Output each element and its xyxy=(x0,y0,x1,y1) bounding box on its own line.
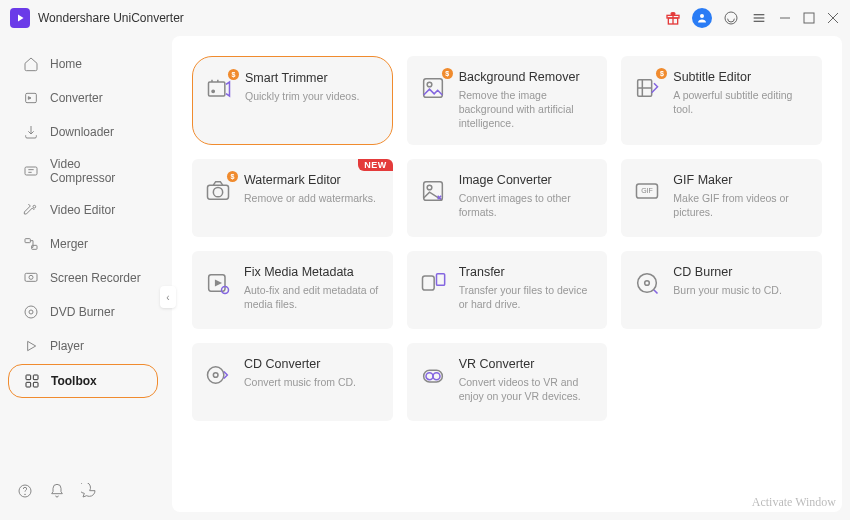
tool-title: Background Remover xyxy=(459,70,598,84)
svg-point-45 xyxy=(208,366,224,382)
tool-desc: Convert videos to VR and enjoy on your V… xyxy=(459,375,598,403)
svg-rect-23 xyxy=(26,382,31,387)
sidebar-item-merger[interactable]: Merger xyxy=(8,228,158,260)
svg-point-19 xyxy=(29,310,33,314)
tool-desc: Burn your music to CD. xyxy=(673,283,812,297)
svg-rect-14 xyxy=(25,239,30,243)
tool-card-watermark-editor[interactable]: $Watermark EditorRemove or add watermark… xyxy=(192,159,393,237)
sidebar-item-label: DVD Burner xyxy=(50,305,115,319)
sidebar-icon xyxy=(22,269,40,287)
svg-point-46 xyxy=(213,372,218,377)
sidebar-item-converter[interactable]: Converter xyxy=(8,82,158,114)
gift-icon[interactable] xyxy=(664,9,682,27)
sidebar-icon xyxy=(22,235,40,253)
tool-card-smart-trimmer[interactable]: $Smart TrimmerQuickly trim your videos. xyxy=(192,56,393,145)
tool-desc: Remove or add watermarks. xyxy=(244,191,383,205)
minimize-button[interactable] xyxy=(778,11,792,25)
svg-rect-27 xyxy=(209,82,225,96)
feedback-icon[interactable] xyxy=(80,482,98,500)
svg-point-33 xyxy=(213,187,222,196)
svg-point-2 xyxy=(700,14,704,18)
sidebar-item-dvd-burner[interactable]: DVD Burner xyxy=(8,296,158,328)
premium-badge: $ xyxy=(228,69,239,80)
sidebar-icon xyxy=(22,123,40,141)
sidebar-item-video-editor[interactable]: Video Editor xyxy=(8,194,158,226)
menu-icon[interactable] xyxy=(750,9,768,27)
svg-point-28 xyxy=(212,90,214,92)
user-avatar[interactable] xyxy=(692,8,712,28)
sidebar-icon xyxy=(22,89,40,107)
sidebar-item-downloader[interactable]: Downloader xyxy=(8,116,158,148)
tool-desc: Auto-fix and edit metadata of media file… xyxy=(244,283,383,311)
svg-rect-8 xyxy=(804,13,814,23)
tool-desc: Remove the image background with artific… xyxy=(459,88,598,131)
premium-badge: $ xyxy=(442,68,453,79)
sidebar-item-video-compressor[interactable]: Video Compressor xyxy=(8,150,158,192)
svg-point-18 xyxy=(25,306,37,318)
tool-title: Image Converter xyxy=(459,173,598,187)
svg-marker-39 xyxy=(216,280,221,285)
sidebar-collapse-button[interactable]: ‹ xyxy=(160,286,176,308)
sidebar-item-label: Converter xyxy=(50,91,103,105)
sidebar-icon xyxy=(22,337,40,355)
sidebar-item-label: Downloader xyxy=(50,125,114,139)
svg-text:GIF: GIF xyxy=(641,187,653,194)
tool-title: Fix Media Metadata xyxy=(244,265,383,279)
sidebar-item-player[interactable]: Player xyxy=(8,330,158,362)
app-title: Wondershare UniConverter xyxy=(38,11,184,25)
tool-desc: Convert images to other formats. xyxy=(459,191,598,219)
tool-card-gif-maker[interactable]: GIFGIF MakerMake GIF from videos or pict… xyxy=(621,159,822,237)
sidebar-item-home[interactable]: Home xyxy=(8,48,158,80)
tool-desc: Transfer your files to device or hard dr… xyxy=(459,283,598,311)
sidebar-icon xyxy=(22,201,40,219)
maximize-button[interactable] xyxy=(802,11,816,25)
premium-badge: $ xyxy=(656,68,667,79)
svg-rect-21 xyxy=(26,375,31,380)
svg-point-35 xyxy=(427,185,432,190)
tool-title: Subtitle Editor xyxy=(673,70,812,84)
tool-icon: $ xyxy=(203,73,235,105)
sidebar-item-label: Merger xyxy=(50,237,88,251)
notifications-icon[interactable] xyxy=(48,482,66,500)
sidebar: HomeConverterDownloaderVideo CompressorV… xyxy=(0,36,168,520)
tool-title: CD Burner xyxy=(673,265,812,279)
svg-rect-24 xyxy=(33,382,38,387)
tool-card-vr-converter[interactable]: VR ConverterConvert videos to VR and enj… xyxy=(407,343,608,421)
tool-icon: $ xyxy=(202,175,234,207)
app-logo xyxy=(10,8,30,28)
tool-card-cd-burner[interactable]: CD BurnerBurn your music to CD. xyxy=(621,251,822,329)
svg-point-44 xyxy=(645,280,650,285)
help-icon[interactable] xyxy=(16,482,34,500)
svg-rect-42 xyxy=(436,273,444,285)
tool-card-background-remover[interactable]: $Background RemoverRemove the image back… xyxy=(407,56,608,145)
tool-card-cd-converter[interactable]: CD ConverterConvert music from CD. xyxy=(192,343,393,421)
sidebar-item-label: Video Compressor xyxy=(50,157,144,185)
tool-card-fix-media-metadata[interactable]: Fix Media MetadataAuto-fix and edit meta… xyxy=(192,251,393,329)
svg-rect-12 xyxy=(25,167,37,175)
tool-card-subtitle-editor[interactable]: $Subtitle EditorA powerful subtitle edit… xyxy=(621,56,822,145)
tool-card-image-converter[interactable]: Image ConverterConvert images to other f… xyxy=(407,159,608,237)
sidebar-icon xyxy=(22,303,40,321)
sidebar-item-label: Toolbox xyxy=(51,374,97,388)
tool-icon: $ xyxy=(631,72,663,104)
tool-card-transfer[interactable]: TransferTransfer your files to device or… xyxy=(407,251,608,329)
tool-icon: $ xyxy=(417,72,449,104)
tool-icon xyxy=(202,267,234,299)
tool-title: Smart Trimmer xyxy=(245,71,382,85)
close-button[interactable] xyxy=(826,11,840,25)
tool-title: CD Converter xyxy=(244,357,383,371)
sidebar-item-screen-recorder[interactable]: Screen Recorder xyxy=(8,262,158,294)
sidebar-icon xyxy=(22,162,40,180)
tool-icon xyxy=(417,175,449,207)
tool-title: GIF Maker xyxy=(673,173,812,187)
support-icon[interactable] xyxy=(722,9,740,27)
tool-desc: Convert music from CD. xyxy=(244,375,383,389)
main-content: $Smart TrimmerQuickly trim your videos.$… xyxy=(172,36,842,512)
sidebar-icon xyxy=(22,55,40,73)
svg-marker-20 xyxy=(28,341,36,350)
svg-point-26 xyxy=(25,494,26,495)
tool-desc: Quickly trim your videos. xyxy=(245,89,382,103)
tool-icon xyxy=(631,267,663,299)
tool-icon xyxy=(202,359,234,391)
sidebar-item-toolbox[interactable]: Toolbox xyxy=(8,364,158,398)
